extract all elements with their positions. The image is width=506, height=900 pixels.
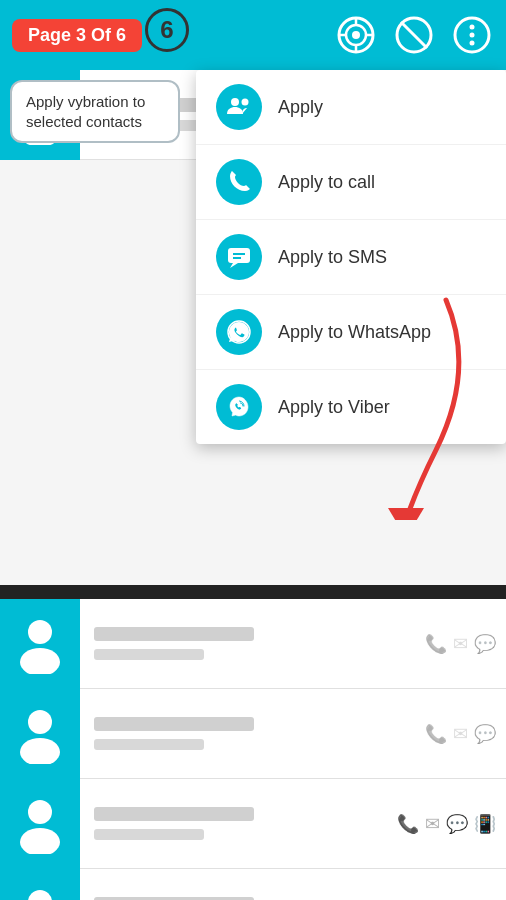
contact-info [80,797,397,850]
svg-point-25 [20,738,60,764]
contact-name-blur [94,627,254,641]
svg-line-8 [401,22,427,48]
svg-point-26 [28,800,52,824]
svg-point-23 [20,648,60,674]
block-icon-button[interactable] [392,13,436,57]
svg-point-10 [470,25,475,30]
contact-name-blur [94,717,254,731]
menu-item-apply-call[interactable]: Apply to call [196,145,506,220]
target-icon-button[interactable] [334,13,378,57]
menu-label-apply: Apply [278,97,323,118]
page-badge: Page 3 Of 6 [12,19,142,52]
separator-bar [0,585,506,599]
tooltip-text: Apply vybration to selected contacts [26,93,145,130]
menu-label-apply-viber: Apply to Viber [278,397,390,418]
contact-number-blur [94,739,204,750]
number-badge: 6 [145,8,189,52]
contact-action-icons: 📞 ✉ 💬 📳 [397,813,506,835]
svg-point-28 [28,890,52,901]
contact-row[interactable]: 📞 ✉ 💬 [0,599,506,689]
whatsapp-icon-circle [216,309,262,355]
svg-point-22 [28,620,52,644]
contact-number-blur [94,649,204,660]
menu-label-apply-sms: Apply to SMS [278,247,387,268]
tooltip-bubble: Apply vybration to selected contacts [10,80,180,143]
contact-info [80,707,425,760]
top-bar: Page 3 Of 6 [0,0,506,70]
dropdown-menu: Apply Apply to call [196,70,506,444]
contact-number-blur [94,829,204,840]
menu-label-apply-whatsapp: Apply to WhatsApp [278,322,431,343]
contact-row[interactable]: 📞 ✉ 💬 [0,869,506,900]
menu-item-apply-sms[interactable]: Apply to SMS [196,220,506,295]
sms-icon-circle [216,234,262,280]
menu-item-apply-viber[interactable]: Apply to Viber [196,370,506,444]
svg-point-12 [470,41,475,46]
contact-info [80,617,425,670]
contact-avatar [0,599,80,689]
menu-label-apply-call: Apply to call [278,172,375,193]
top-bar-icons [334,13,494,57]
phone-icon-circle [216,159,262,205]
contact-action-icons: 📞 ✉ 💬 [425,633,506,655]
svg-rect-17 [228,248,250,263]
contact-name-blur [94,807,254,821]
contact-list: 📞 ✉ 💬 Apply vybration to selected contac… [0,70,506,900]
svg-point-2 [352,31,360,39]
svg-point-16 [242,99,249,106]
svg-point-15 [231,98,239,106]
contact-info [80,887,425,900]
contact-avatar [0,689,80,779]
contact-row-highlighted[interactable]: 📞 ✉ 💬 📳 [0,779,506,869]
viber-icon-circle [216,384,262,430]
svg-marker-18 [230,263,238,268]
more-options-button[interactable] [450,13,494,57]
svg-point-27 [20,828,60,854]
svg-point-11 [470,33,475,38]
menu-item-apply-whatsapp[interactable]: Apply to WhatsApp [196,295,506,370]
contact-avatar [0,779,80,869]
menu-item-apply[interactable]: Apply [196,70,506,145]
contact-row[interactable]: 📞 ✉ 💬 [0,689,506,779]
contact-action-icons: 📞 ✉ 💬 [425,723,506,745]
contacts-icon-circle [216,84,262,130]
svg-point-24 [28,710,52,734]
contact-avatar [0,869,80,901]
